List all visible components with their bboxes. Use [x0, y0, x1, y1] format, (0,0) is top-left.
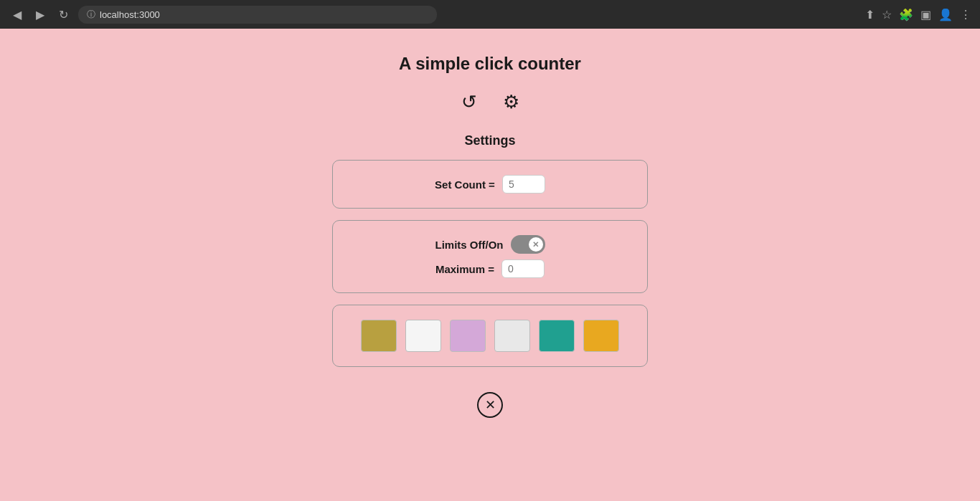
color-swatch-tan[interactable]	[361, 320, 397, 352]
settings-heading: Settings	[464, 133, 515, 148]
set-count-label: Set Count =	[435, 178, 495, 191]
reset-button[interactable]: ↺	[458, 88, 480, 116]
reset-icon: ↺	[461, 91, 477, 113]
limits-rows: Limits Off/On ✕ Maximum =	[435, 235, 545, 278]
nav-forward[interactable]: ▶	[32, 6, 49, 23]
browser-toolbar-right: ⬆ ☆ 🧩 ▣ 👤 ⋮	[865, 8, 971, 22]
toggle-track: ✕	[511, 235, 545, 254]
color-swatches-row	[361, 320, 619, 352]
bookmark-icon[interactable]: ☆	[882, 8, 892, 22]
browser-chrome: ◀ ▶ ↻ ⓘ localhost:3000 ⬆ ☆ 🧩 ▣ 👤 ⋮	[0, 0, 980, 29]
color-swatch-teal[interactable]	[539, 320, 575, 352]
url-text: localhost:3000	[100, 9, 160, 20]
close-button[interactable]: ✕	[477, 391, 503, 418]
limits-label: Limits Off/On	[435, 239, 504, 251]
nav-back[interactable]: ◀	[9, 6, 26, 23]
profile-icon[interactable]: 👤	[938, 8, 953, 22]
layout-icon[interactable]: ▣	[920, 8, 931, 22]
close-circle-x-icon: ✕	[477, 392, 503, 418]
color-swatch-orange[interactable]	[583, 320, 619, 352]
gear-icon: ⚙	[503, 91, 519, 113]
color-swatch-light-gray[interactable]	[494, 320, 530, 352]
address-bar[interactable]: ⓘ localhost:3000	[78, 6, 437, 24]
menu-icon[interactable]: ⋮	[960, 8, 971, 22]
set-count-card: Set Count =	[332, 160, 648, 209]
toggle-x-icon: ✕	[532, 241, 539, 249]
page-title: A simple click counter	[399, 54, 581, 74]
main-content: A simple click counter ↺ ⚙ Settings Set …	[0, 39, 980, 418]
color-swatch-white[interactable]	[405, 320, 441, 352]
icon-row: ↺ ⚙	[458, 88, 522, 116]
limits-toggle[interactable]: ✕	[511, 235, 545, 254]
settings-button[interactable]: ⚙	[500, 88, 522, 116]
nav-refresh[interactable]: ↻	[55, 6, 72, 23]
extensions-icon[interactable]: 🧩	[899, 8, 913, 22]
color-swatches-card	[332, 305, 648, 367]
set-count-input[interactable]	[502, 175, 545, 194]
toggle-knob: ✕	[529, 237, 543, 252]
lock-icon: ⓘ	[87, 9, 95, 21]
set-count-row: Set Count =	[435, 175, 545, 194]
maximum-row: Maximum =	[435, 259, 545, 278]
limits-toggle-row: Limits Off/On ✕	[435, 235, 545, 254]
limits-card: Limits Off/On ✕ Maximum =	[332, 220, 648, 293]
share-icon[interactable]: ⬆	[865, 8, 875, 22]
color-swatch-lavender[interactable]	[450, 320, 486, 352]
maximum-label: Maximum =	[435, 263, 494, 275]
maximum-input[interactable]	[501, 259, 545, 278]
